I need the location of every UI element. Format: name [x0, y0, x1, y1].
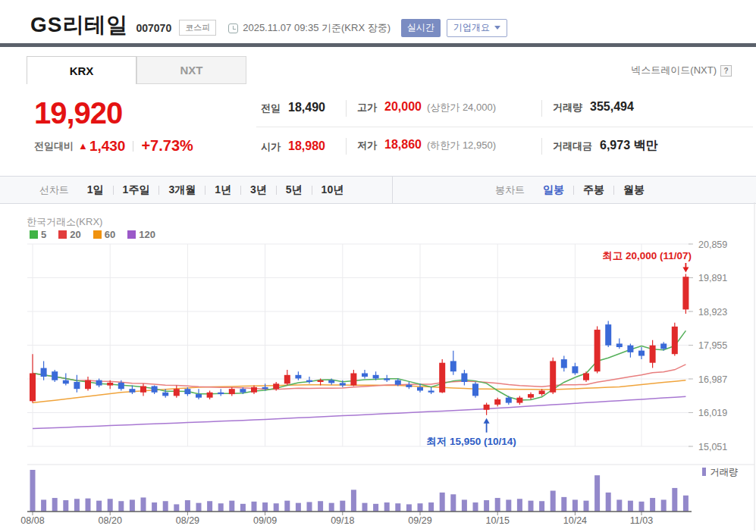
chart-toolbar: 선차트 1일 1주일 3개월 1년 3년 5년 10년 봉차트 일봉 주봉 월봉 — [0, 176, 756, 204]
lower-limit: (하한가 12,950) — [427, 139, 496, 152]
low-value: 18,860 — [384, 138, 422, 152]
help-icon[interactable]: ? — [720, 65, 732, 77]
trade-value-value: 6,973 백만 — [600, 138, 657, 154]
open-label: 시가 — [261, 140, 281, 154]
nextrade-link: 넥스트레이드(NXT) ? — [631, 64, 732, 77]
period-1y[interactable]: 1년 — [205, 183, 240, 197]
svg-text:거래량: 거래량 — [710, 467, 739, 477]
stock-chart-svg: 20,85919,89118,92317,95516,98716,01915,0… — [0, 201, 756, 532]
candle-type-daily[interactable]: 일봉 — [534, 183, 573, 197]
svg-text:08/08: 08/08 — [20, 515, 44, 526]
svg-text:11/03: 11/03 — [630, 515, 653, 526]
up-arrow-icon: ▲ — [78, 140, 88, 152]
candle-type-weekly[interactable]: 주봉 — [574, 183, 613, 197]
header-divider — [0, 43, 756, 47]
ma120-legend: 120 — [127, 229, 155, 240]
period-1d[interactable]: 1일 — [78, 183, 113, 197]
volume-value: 355,494 — [590, 100, 634, 114]
table-row: 전일 18,490 고가 20,000 (상한가 24,000) 거래량 355… — [256, 89, 753, 127]
line-chart-label: 선차트 — [39, 183, 69, 197]
ma-legend: 5 20 60 120 — [30, 229, 168, 240]
quote-info-table: 전일 18,490 고가 20,000 (상한가 24,000) 거래량 355… — [256, 89, 753, 165]
table-row: 시가 18,980 저가 18,860 (하한가 12,950) 거래대금 6,… — [256, 127, 753, 165]
period-5y[interactable]: 5년 — [277, 183, 312, 197]
change-percent: +7.73% — [141, 137, 193, 155]
quote-timestamp: 2025.11.07 09:35 기준(KRX 장중) — [243, 21, 391, 35]
ma5-swatch — [30, 230, 38, 239]
high-cell: 고가 20,000 (상한가 24,000) — [346, 100, 541, 117]
low-cell: 저가 18,860 (하한가 12,950) — [346, 138, 541, 155]
low-label: 저가 — [357, 139, 377, 152]
volume-cell: 거래량 355,494 — [541, 100, 634, 117]
high-value: 20,000 — [384, 100, 422, 114]
candle-type-monthly[interactable]: 월봉 — [614, 183, 654, 197]
chart-source-title: 한국거래소(KRX) — [27, 215, 102, 229]
svg-text:08/20: 08/20 — [99, 515, 122, 526]
change-label: 전일대비 — [34, 139, 74, 153]
header: GS리테일 007070 코스피 2025.11.07 09:35 기준(KRX… — [30, 11, 748, 39]
open-value: 18,980 — [288, 139, 325, 153]
svg-text:15,051: 15,051 — [698, 442, 727, 452]
period-3m[interactable]: 3개월 — [159, 183, 205, 197]
open-cell: 시가 18,980 — [256, 139, 346, 154]
chart-section: 20,85919,89118,92317,95516,98716,01915,0… — [0, 201, 756, 532]
company-overview-label: 기업개요 — [453, 21, 490, 34]
ma5-legend: 5 — [30, 229, 46, 240]
tab-krx[interactable]: KRX — [27, 56, 136, 84]
ma20-legend: 20 — [58, 229, 80, 240]
svg-text:09/18: 09/18 — [331, 515, 354, 526]
clock-icon — [228, 23, 238, 33]
period-1w[interactable]: 1주일 — [114, 183, 159, 197]
svg-text:10/15: 10/15 — [486, 515, 510, 526]
stock-title: GS리테일 — [30, 11, 128, 39]
ma20-swatch — [58, 230, 67, 239]
divider — [133, 141, 133, 152]
tab-nxt[interactable]: NXT — [136, 56, 246, 84]
volume-label: 거래량 — [553, 101, 582, 114]
svg-text:18,923: 18,923 — [698, 307, 727, 318]
svg-text:09/09: 09/09 — [253, 515, 277, 526]
high-label: 고가 — [357, 101, 377, 114]
prev-close-label: 전일 — [261, 102, 281, 115]
svg-text:08/29: 08/29 — [176, 515, 199, 526]
stock-detail-page: GS리테일 007070 코스피 2025.11.07 09:35 기준(KRX… — [0, 0, 756, 532]
change-value: 1,430 — [89, 138, 126, 155]
nextrade-label: 넥스트레이드(NXT) — [631, 64, 717, 77]
svg-text:09/29: 09/29 — [408, 515, 431, 526]
line-chart-group: 선차트 1일 1주일 3개월 1년 3년 5년 10년 — [0, 177, 393, 203]
candle-chart-group: 봉차트 일봉 주봉 월봉 — [393, 177, 756, 203]
trade-value-cell: 거래대금 6,973 백만 — [541, 138, 657, 155]
period-10y[interactable]: 10년 — [312, 183, 353, 197]
svg-text:최고 20,000 (11/07): 최고 20,000 (11/07) — [602, 250, 692, 261]
candle-chart-label: 봉차트 — [495, 183, 525, 197]
upper-limit: (상한가 24,000) — [427, 101, 496, 114]
stock-code: 007070 — [136, 22, 171, 34]
prev-close-value: 18,490 — [288, 101, 325, 114]
prev-close-cell: 전일 18,490 — [256, 101, 346, 115]
ma120-swatch — [127, 230, 136, 239]
price-change-row: 전일대비 ▲ 1,430 +7.73% — [34, 137, 193, 155]
realtime-badge: 실시간 — [401, 19, 441, 37]
svg-text:19,891: 19,891 — [698, 273, 727, 283]
svg-text:20,859: 20,859 — [698, 239, 727, 250]
ma60-swatch — [93, 230, 102, 239]
current-price: 19,920 — [34, 96, 193, 130]
svg-text:16,987: 16,987 — [698, 374, 727, 385]
svg-text:17,955: 17,955 — [698, 340, 727, 351]
chevron-down-icon — [494, 26, 500, 30]
svg-text:10/24: 10/24 — [563, 515, 587, 526]
svg-text:16,019: 16,019 — [698, 408, 727, 418]
trade-value-label: 거래대금 — [553, 139, 592, 153]
period-3y[interactable]: 3년 — [241, 183, 276, 197]
market-badge: 코스피 — [179, 20, 216, 36]
ma60-legend: 60 — [93, 229, 115, 240]
company-overview-button[interactable]: 기업개요 — [447, 19, 507, 37]
price-block: 19,920 전일대비 ▲ 1,430 +7.73% — [34, 96, 193, 155]
svg-text:최저 15,950 (10/14): 최저 15,950 (10/14) — [426, 436, 516, 447]
